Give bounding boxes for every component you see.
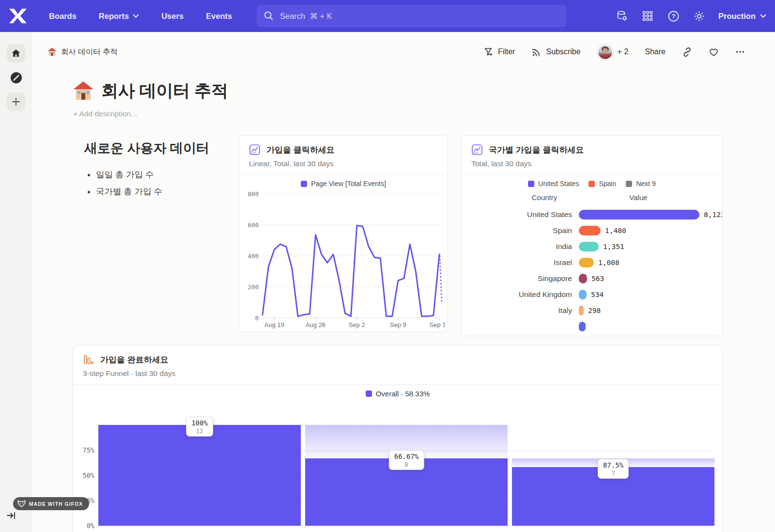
- navbar-right-group: ? Prouction: [616, 0, 766, 32]
- line-chart-icon: [471, 144, 483, 156]
- tooltip-count: 8: [394, 461, 419, 468]
- country-label: Italy: [462, 306, 572, 315]
- legend-item[interactable]: United States: [528, 180, 579, 188]
- nav-item-users[interactable]: Users: [150, 12, 195, 21]
- tooltip-count: 7: [603, 469, 623, 477]
- nav-item-events[interactable]: Events: [195, 12, 243, 21]
- line-chart-icon: [249, 144, 261, 156]
- share-button[interactable]: Share: [645, 47, 666, 56]
- line-chart-card: 가입을 클릭하세요 Linear, Total, last 30 days Pa…: [239, 135, 448, 332]
- legend-item[interactable]: Next 9: [626, 180, 655, 188]
- legend-swatch: [301, 181, 307, 187]
- card-subtitle: Linear, Total, last 30 days: [249, 159, 334, 168]
- nav-item-boards[interactable]: Boards: [38, 12, 88, 21]
- tooltip-conversion: 87.5%: [603, 461, 623, 469]
- card-title[interactable]: 가입을 클릭하세요: [266, 144, 335, 156]
- filter-button[interactable]: Filter: [484, 47, 515, 57]
- funnel-card: 가입을 완료하세요 3-step Funnel · last 30 days O…: [73, 345, 723, 532]
- country-bar[interactable]: [579, 242, 599, 251]
- avatar[interactable]: [597, 44, 613, 60]
- country-bar[interactable]: [579, 210, 699, 219]
- expand-sidebar-icon[interactable]: [6, 511, 17, 521]
- project-switcher[interactable]: Prouction: [718, 12, 766, 21]
- add-description[interactable]: + Add description...: [73, 110, 137, 118]
- breadcrumb[interactable]: 회사 데이터 추적: [47, 47, 118, 57]
- table-row[interactable]: Italy298: [462, 302, 722, 318]
- fox-icon: [17, 500, 26, 507]
- svg-text:400: 400: [248, 252, 259, 260]
- country-legend: United StatesSpainNext 9: [462, 180, 722, 188]
- help-icon[interactable]: ?: [667, 10, 680, 22]
- svg-text:Aug 19: Aug 19: [264, 321, 284, 329]
- board-toolbar: 회사 데이터 추적 Filter Subscribe + 2 Share: [47, 43, 745, 61]
- legend-item[interactable]: Spain: [589, 180, 616, 188]
- column-value: Value: [607, 193, 670, 202]
- country-label: India: [462, 242, 572, 251]
- divider: [239, 174, 448, 175]
- legend-swatch: [589, 181, 595, 187]
- home-icon[interactable]: [7, 44, 25, 63]
- country-bar[interactable]: [579, 306, 584, 315]
- funnel-tooltip: 66.67%8: [389, 450, 424, 470]
- plus-icon[interactable]: [7, 93, 25, 111]
- collaborators[interactable]: + 2: [597, 44, 629, 60]
- legend-overall[interactable]: Overall · 58.33%: [366, 390, 430, 398]
- country-bar[interactable]: [579, 274, 587, 283]
- compass-icon[interactable]: [7, 68, 25, 87]
- funnel-bars-icon: [83, 354, 94, 365]
- primary-nav: Boards Reports Users Events: [38, 0, 243, 32]
- subscribe-icon: [531, 47, 542, 57]
- card-title[interactable]: 가입을 완료하세요: [100, 354, 169, 365]
- table-row[interactable]: Singapore563: [462, 270, 722, 286]
- table-row[interactable]: United States8,123: [462, 206, 722, 222]
- country-bar[interactable]: [579, 322, 586, 331]
- country-bar[interactable]: [579, 258, 594, 267]
- funnel-plot[interactable]: 75%50%25%0%100%1266.67%887.5%7: [98, 413, 714, 526]
- table-row-clipped[interactable]: [462, 318, 722, 334]
- more-options-icon[interactable]: [735, 47, 745, 57]
- baseline: [98, 526, 714, 526]
- svg-text:Sep 9: Sep 9: [390, 321, 406, 329]
- mixpanel-logo-icon[interactable]: [8, 7, 27, 25]
- country-value: 1,351: [603, 243, 624, 250]
- legend-swatch: [626, 181, 632, 187]
- legend-swatch: [528, 181, 534, 187]
- table-row[interactable]: India1,351: [462, 238, 722, 254]
- favorite-heart-icon[interactable]: [709, 47, 719, 57]
- left-sidebar: [0, 32, 32, 532]
- svg-text:Sep 2: Sep 2: [349, 321, 365, 329]
- country-label: Israel: [462, 258, 572, 267]
- y-axis-label: 50%: [73, 471, 94, 479]
- country-label: United States: [462, 210, 572, 219]
- search-input[interactable]: [257, 5, 566, 27]
- filter-icon: [484, 47, 494, 57]
- nav-item-reports[interactable]: Reports: [88, 12, 150, 21]
- copy-link-icon[interactable]: [682, 47, 692, 57]
- line-chart-plot[interactable]: 8006004002000Aug 19Aug 26Sep 2Sep 9Sep 1…: [244, 190, 445, 329]
- table-row[interactable]: Spain1,480: [462, 222, 722, 238]
- table-row[interactable]: United Kingdom534: [462, 286, 722, 302]
- legend-page-view[interactable]: Page View [Total Events]: [301, 180, 386, 188]
- board-content: 회사 데이터 추적 Filter Subscribe + 2 Share: [32, 32, 775, 532]
- tooltip-count: 12: [191, 427, 208, 435]
- gifox-badge[interactable]: MADE WITH GIFOX: [13, 497, 89, 510]
- funnel-tooltip: 100%12: [186, 417, 213, 437]
- table-row[interactable]: Israel1,008: [462, 254, 722, 270]
- svg-text:200: 200: [248, 283, 259, 291]
- country-bar-card: 국가별 가입을 클릭하세요 Total, last 30 days United…: [461, 135, 723, 336]
- country-bar[interactable]: [579, 226, 601, 235]
- country-label: Singapore: [462, 274, 572, 283]
- subscribe-button[interactable]: Subscribe: [531, 47, 580, 57]
- column-country: Country: [508, 193, 581, 202]
- card-title[interactable]: 국가별 가입을 클릭하세요: [489, 144, 584, 156]
- funnel-tooltip: 87.5%7: [598, 459, 629, 479]
- funnel-bar[interactable]: [98, 425, 301, 526]
- data-settings-icon[interactable]: [616, 10, 628, 22]
- country-bar[interactable]: [579, 290, 587, 299]
- svg-text:0: 0: [255, 314, 259, 322]
- y-axis-label: 75%: [73, 446, 94, 454]
- apps-grid-icon[interactable]: [641, 10, 654, 22]
- settings-gear-icon[interactable]: [693, 10, 705, 22]
- page-title[interactable]: 회사 데이터 추적: [73, 79, 228, 102]
- card-subtitle: 3-step Funnel · last 30 days: [83, 369, 175, 378]
